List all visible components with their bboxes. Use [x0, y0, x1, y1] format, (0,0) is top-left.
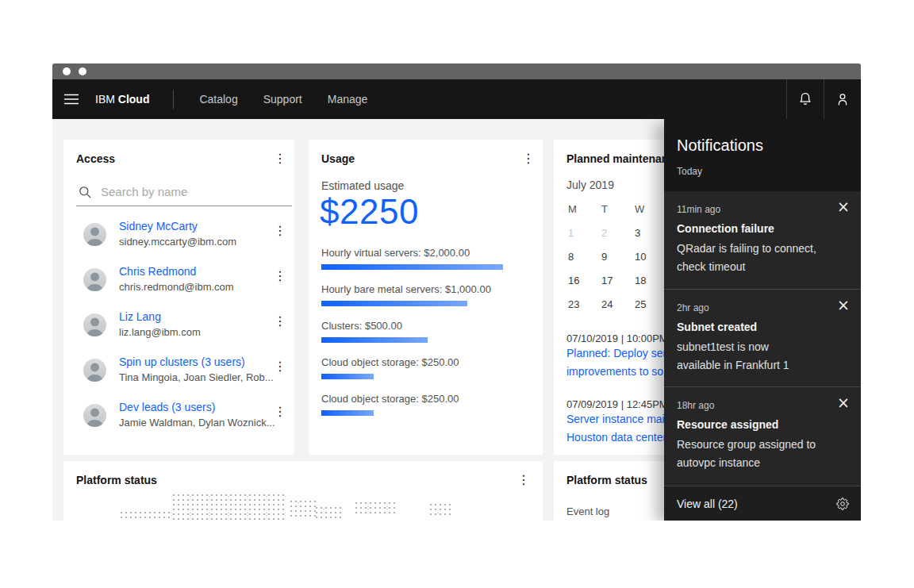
user-detail: Tina Mingoia, Joan Siedler, Rob...: [119, 371, 274, 383]
nav-item-support[interactable]: Support: [251, 79, 315, 119]
calendar-month-label: July 2019: [566, 179, 614, 191]
window-control-dot[interactable]: [63, 67, 71, 75]
calendar-day[interactable]: 8: [568, 251, 601, 275]
usage-bars: Hourly virtual servers: $2,000.00Hourly …: [321, 247, 530, 429]
user-name-link[interactable]: Dev leads (3 users): [119, 401, 274, 413]
calendar-day[interactable]: 9: [601, 251, 635, 275]
progress-bar-fill: [321, 264, 503, 270]
calendar-day[interactable]: 3: [635, 227, 668, 251]
overflow-menu-icon[interactable]: ⋮: [274, 315, 286, 328]
user-info: Dev leads (3 users)Jamie Waldman, Dylan …: [119, 401, 274, 429]
notification-body: Resource group assigned toautovpc instan…: [677, 436, 848, 472]
notification-body-line: available in Frankfurt 1: [677, 356, 848, 375]
progress-bar-track: [321, 410, 530, 416]
notification-body-line: QRadar is failing to connect,: [677, 240, 848, 258]
notification-time: 11min ago: [677, 204, 848, 215]
hamburger-menu-button[interactable]: [52, 79, 90, 119]
usage-bar-label: Cloud object storage: $250.00: [321, 356, 530, 368]
avatar: [83, 404, 106, 427]
list-item: Sidney McCartysidney.mccarty@ibm.com⋮: [63, 216, 294, 261]
view-all-link[interactable]: View all (22): [677, 498, 738, 510]
calendar-day[interactable]: 18: [635, 275, 668, 298]
progress-bar-fill: [321, 374, 374, 379]
notification-title: Connection failure: [677, 222, 848, 235]
calendar-day-header: T: [601, 203, 635, 227]
header-actions: [786, 79, 861, 119]
avatar: [83, 223, 106, 246]
nav-item-manage[interactable]: Manage: [315, 79, 381, 119]
calendar-day[interactable]: 23: [568, 298, 601, 322]
calendar-day[interactable]: 17: [601, 275, 635, 298]
calendar: MTW 1238910161718232425: [568, 203, 668, 322]
usage-bar-label: Cloud object storage: $250.00: [321, 393, 530, 405]
window-control-dot[interactable]: [79, 67, 86, 75]
calendar-day[interactable]: 1: [568, 227, 601, 251]
header-divider: [173, 90, 174, 109]
progress-bar-fill: [321, 301, 467, 306]
notification-bell-icon: [797, 90, 814, 108]
user-name-link[interactable]: Sidney McCarty: [119, 220, 236, 233]
notification-item: 2hr ago×Subnet createdsubnet1test is now…: [664, 289, 861, 386]
close-icon[interactable]: ×: [837, 298, 850, 313]
brand-bold: Cloud: [118, 93, 150, 106]
access-card-title: Access: [76, 152, 115, 165]
dotted-world-map: [171, 493, 287, 521]
calendar-day[interactable]: 16: [568, 275, 601, 298]
close-icon[interactable]: ×: [837, 395, 850, 410]
usage-card: Usage ⋮ Estimated usage $2250 Hourly vir…: [309, 140, 543, 455]
progress-bar-fill: [321, 337, 428, 343]
search-icon: [79, 186, 91, 198]
usage-bar-label: Clusters: $500.00: [321, 320, 530, 332]
platform-status-title: Platform status: [76, 474, 157, 486]
progress-bar-track: [321, 374, 530, 379]
list-item: Dev leads (3 users)Jamie Waldman, Dylan …: [63, 397, 294, 442]
overflow-menu-icon[interactable]: ⋮: [517, 474, 530, 486]
overflow-menu-icon[interactable]: ⋮: [274, 270, 286, 282]
user-name-link[interactable]: Chris Redmond: [119, 265, 234, 278]
usage-bar-group: Cloud object storage: $250.00: [321, 393, 530, 429]
notification-body: QRadar is failing to connect,check timeo…: [677, 240, 848, 276]
notification-body-line: subnet1test is now: [677, 338, 848, 356]
notifications-title: Notifications: [677, 136, 848, 155]
close-icon[interactable]: ×: [837, 199, 850, 214]
nav-item-catalog[interactable]: Catalog: [186, 79, 250, 119]
notification-title: Resource assigned: [677, 418, 848, 431]
progress-bar-fill: [321, 410, 374, 416]
notification-item: 11min ago×Connection failureQRadar is fa…: [664, 191, 861, 289]
usage-card-title: Usage: [321, 152, 355, 165]
notifications-panel: Notifications Today 11min ago×Connection…: [664, 119, 861, 521]
overflow-menu-icon[interactable]: ⋮: [274, 152, 286, 165]
user-name-link[interactable]: Spin up clusters (3 users): [119, 355, 274, 368]
usage-bar-group: Clusters: $500.00: [321, 320, 530, 356]
notification-time: 18hr ago: [677, 400, 848, 411]
brand-logo[interactable]: IBM Cloud: [95, 93, 149, 106]
overflow-menu-icon[interactable]: ⋮: [274, 225, 286, 237]
calendar-day[interactable]: 25: [635, 298, 668, 322]
user-detail: liz.lang@ibm.com: [119, 326, 201, 338]
calendar-day[interactable]: 10: [635, 251, 668, 275]
list-item: Chris Redmondchris.redmond@ibm.com⋮: [63, 261, 294, 306]
calendar-day-header: M: [568, 203, 601, 227]
dotted-world-map: [314, 505, 341, 518]
list-item: Spin up clusters (3 users)Tina Mingoia, …: [63, 352, 294, 397]
user-detail: chris.redmond@ibm.com: [119, 281, 234, 293]
calendar-day[interactable]: 2: [601, 227, 635, 251]
notification-body-line: Resource group assigned to: [677, 436, 848, 454]
app-header: IBM Cloud CatalogSupportManage: [52, 79, 861, 119]
notifications-button[interactable]: [786, 79, 824, 119]
usage-subtitle: Estimated usage: [321, 179, 404, 192]
overflow-menu-icon[interactable]: ⋮: [522, 152, 535, 165]
account-button[interactable]: [824, 79, 861, 119]
search-input[interactable]: [101, 185, 292, 198]
usage-bar-label: Hourly bare metal servers: $1,000.00: [321, 283, 530, 295]
event-log-label: Event log: [566, 505, 609, 517]
notification-item: 18hr ago×Resource assignedResource group…: [664, 386, 861, 484]
overflow-menu-icon[interactable]: ⋮: [274, 360, 286, 373]
progress-bar-track: [321, 264, 530, 270]
settings-button[interactable]: [835, 497, 850, 511]
calendar-day[interactable]: 24: [601, 298, 635, 322]
screenshot-stage: IBM Cloud CatalogSupportManage Access ⋮: [0, 0, 914, 588]
overflow-menu-icon[interactable]: ⋮: [274, 405, 286, 418]
user-name-link[interactable]: Liz Lang: [119, 310, 201, 323]
access-card: Access ⋮ Sidney McCartysidney.mccarty@ib…: [63, 140, 294, 455]
